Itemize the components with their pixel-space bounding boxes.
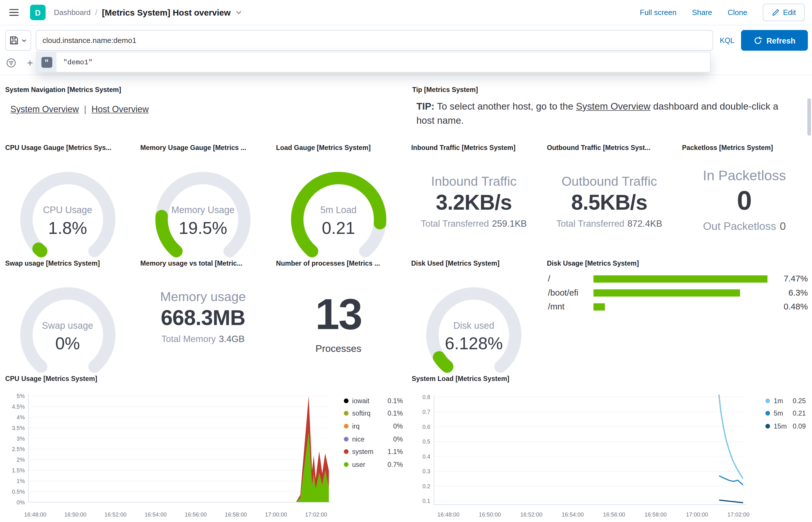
panel-cpu-usage-gauge: CPU Usage Gauge [Metrics Sys... CPU Usag… bbox=[0, 141, 135, 256]
system-load-chart: 0.80.70.60.50.40.30.20.116:48:0016:50:00… bbox=[407, 372, 808, 522]
refresh-button[interactable]: Refresh bbox=[741, 30, 808, 51]
legend-item[interactable]: 5m0.21 bbox=[765, 407, 806, 420]
panel-title[interactable]: Disk Used [Metrics System] bbox=[411, 259, 499, 267]
y-axis-label: 0.3 bbox=[422, 468, 430, 475]
nav-link-host-overview[interactable]: Host Overview bbox=[92, 105, 148, 115]
refresh-icon bbox=[753, 36, 763, 45]
query-input[interactable] bbox=[42, 36, 706, 45]
disk-usage-row: /boot/efi6.3% bbox=[548, 286, 808, 300]
legend-item[interactable]: iowait0.1% bbox=[344, 395, 403, 407]
processes-label: Processes bbox=[315, 343, 361, 355]
menu-icon bbox=[9, 7, 19, 18]
legend-label: system bbox=[352, 448, 373, 456]
gauge-text: Disk used 6.128% bbox=[422, 283, 526, 387]
legend-item[interactable]: softirq0.1% bbox=[344, 407, 403, 420]
nav-link-system-overview[interactable]: System Overview bbox=[11, 105, 79, 115]
x-axis-label: 16:48:00 bbox=[24, 511, 46, 518]
top-header: D Dashboard / [Metrics System] Host over… bbox=[0, 0, 812, 25]
chevron-down-icon[interactable] bbox=[235, 9, 242, 16]
y-axis-label: 0.4 bbox=[422, 454, 430, 460]
x-axis-label: 16:52:00 bbox=[104, 511, 127, 518]
metric-sub-value: 872.4KB bbox=[627, 218, 662, 229]
full-screen-button[interactable]: Full screen bbox=[640, 8, 676, 17]
x-axis-label: 17:02:00 bbox=[728, 511, 750, 518]
x-axis-label: 16:58:00 bbox=[645, 511, 667, 518]
processes-value: 13 bbox=[315, 293, 362, 336]
legend-dot bbox=[344, 411, 349, 416]
panel-title[interactable]: System Navigation [Metrics System] bbox=[5, 86, 121, 94]
panel-title[interactable]: Packetloss [Metrics System] bbox=[682, 144, 773, 152]
metric-value: 8.5KB/s bbox=[571, 192, 648, 214]
query-language-button[interactable]: KQL bbox=[718, 36, 736, 45]
system-load-chart-canvas: 0.80.70.60.50.40.30.20.116:48:0016:50:00… bbox=[407, 372, 808, 522]
y-axis-label: 0% bbox=[17, 499, 25, 506]
inbound-traffic-metric: Inbound Traffic 3.2KB/s Total Transferre… bbox=[406, 174, 542, 229]
line-series-15m bbox=[720, 500, 743, 503]
metric-sub-value: 3.4GB bbox=[219, 334, 245, 344]
panel-title[interactable]: CPU Usage Gauge [Metrics Sys... bbox=[5, 144, 112, 152]
metric-subtitle: Total Memory3.4GB bbox=[161, 334, 244, 345]
breadcrumb-separator: / bbox=[95, 8, 97, 17]
deployment-logo[interactable]: D bbox=[30, 5, 45, 20]
filter-icon bbox=[6, 58, 16, 67]
disk-usage-bars: /7.47%/boot/efi6.3%/mnt0.48% bbox=[548, 272, 808, 314]
legend-item[interactable]: user0.7% bbox=[344, 458, 403, 471]
clone-button[interactable]: Clone bbox=[728, 8, 747, 17]
gauge-value: 6.128% bbox=[445, 334, 503, 354]
legend-value: 0% bbox=[393, 422, 403, 430]
panel-title[interactable]: Disk Usage [Metrics System] bbox=[547, 259, 639, 267]
panel-title[interactable]: Memory Usage Gauge [Metrics ... bbox=[140, 144, 246, 152]
metric-subtitle: Total Transferred872.4KB bbox=[556, 218, 662, 229]
header-actions: Full screen Share Clone Edit bbox=[640, 4, 805, 21]
suggestion-item[interactable]: " "demo1" bbox=[37, 52, 710, 72]
panel-cpu-usage-chart: CPU Usage [Metrics System] 5%4.5%4%3.5%3… bbox=[0, 372, 407, 522]
legend-item[interactable]: system1.1% bbox=[344, 445, 403, 458]
gauge-value: 1.8% bbox=[48, 218, 87, 238]
legend-item[interactable]: irq0% bbox=[344, 420, 403, 433]
legend-item[interactable]: nice0% bbox=[344, 433, 403, 445]
panel-disk-used-gauge: Disk Used [Metrics System] Disk used 6.1… bbox=[406, 256, 542, 372]
menu-button[interactable] bbox=[5, 4, 23, 21]
system-overview-link[interactable]: System Overview bbox=[576, 101, 650, 112]
disk-usage-row: /7.47% bbox=[548, 272, 808, 285]
panel-title[interactable]: Inbound Traffic [Metrics System] bbox=[411, 144, 516, 152]
legend-value: 0.1% bbox=[388, 397, 403, 405]
metric-label: Outbound Traffic bbox=[561, 174, 657, 189]
disk-usage-row: /mnt0.48% bbox=[548, 300, 808, 314]
refresh-button-label: Refresh bbox=[767, 36, 795, 45]
system-navigation-links: System Overview|Host Overview bbox=[11, 105, 149, 115]
legend-label: softirq bbox=[352, 409, 371, 417]
kibana-dashboard: D Dashboard / [Metrics System] Host over… bbox=[0, 0, 812, 522]
panel-number-of-processes: Number of processes [Metrics ... 13 Proc… bbox=[271, 256, 406, 372]
panel-title[interactable]: Load Gauge [Metrics System] bbox=[276, 144, 371, 152]
panel-title[interactable]: Outbound Traffic [Metrics Syst... bbox=[547, 144, 650, 152]
add-filter-button[interactable]: + bbox=[25, 57, 35, 68]
y-axis-label: 2% bbox=[17, 457, 25, 463]
x-axis-label: 16:52:00 bbox=[520, 511, 542, 518]
y-axis-label: 0.7 bbox=[422, 409, 430, 415]
panel-outbound-traffic: Outbound Traffic [Metrics Syst... Outbou… bbox=[542, 141, 677, 256]
y-axis-label: 1.5% bbox=[12, 467, 25, 474]
legend-label: iowait bbox=[352, 397, 369, 405]
legend-item[interactable]: 15m0.09 bbox=[765, 420, 806, 433]
scrollbar-thumb[interactable] bbox=[807, 98, 811, 136]
cpu-usage-gauge: CPU Usage 1.8% bbox=[16, 167, 119, 271]
value-token-icon: " bbox=[41, 57, 52, 68]
y-axis-label: 5% bbox=[17, 393, 25, 399]
legend-item[interactable]: 1m0.25 bbox=[765, 395, 806, 407]
panel-title[interactable]: Tip [Metrics System] bbox=[412, 86, 478, 94]
line-series-5m bbox=[720, 476, 743, 485]
saved-query-menu-button[interactable] bbox=[5, 30, 31, 51]
query-suggestion-popover: " "demo1" bbox=[36, 52, 711, 73]
legend-label: 1m bbox=[774, 397, 783, 405]
legend-value: 0.21 bbox=[793, 409, 806, 417]
swap-usage-gauge: Swap usage 0% bbox=[16, 283, 119, 387]
edit-button[interactable]: Edit bbox=[763, 4, 805, 21]
nav-separator: | bbox=[84, 105, 86, 115]
memory-usage-metric: Memory usage 668.3MB Total Memory3.4GB bbox=[135, 289, 271, 345]
y-axis-label: 0.8 bbox=[422, 394, 430, 400]
breadcrumb-dashboard[interactable]: Dashboard bbox=[54, 8, 91, 17]
y-axis-label: 0.6 bbox=[422, 424, 430, 430]
filter-menu-button[interactable] bbox=[6, 58, 16, 67]
share-button[interactable]: Share bbox=[692, 8, 712, 17]
